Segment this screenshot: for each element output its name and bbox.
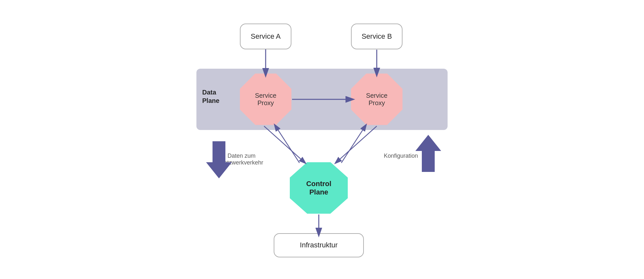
infrastruktur-box: Infrastruktur (274, 233, 364, 257)
data-plane-label: Data Plane (202, 88, 219, 105)
service-proxy-a: Service Proxy (240, 74, 291, 125)
service-b-box: Service B (351, 24, 402, 49)
svg-line-8 (337, 126, 377, 162)
diagram-container: Data Plane Service A Service B Service P… (177, 14, 467, 265)
daten-label: Daten zum Netzwerkverkehr (219, 153, 264, 166)
konfiguration-label: Konfiguration (380, 153, 422, 159)
svg-line-10 (341, 127, 365, 163)
control-plane: Control Plane (290, 162, 348, 214)
data-plane-band (196, 69, 448, 130)
service-proxy-b: Service Proxy (351, 74, 402, 125)
svg-line-7 (264, 126, 304, 162)
svg-line-9 (276, 127, 299, 163)
arrows-svg (177, 14, 467, 265)
service-a-box: Service A (240, 24, 291, 49)
